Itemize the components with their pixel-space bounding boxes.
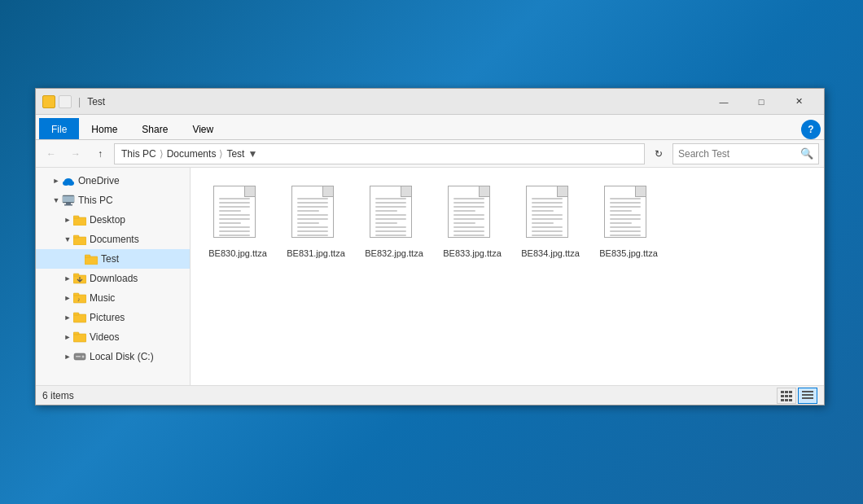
svg-rect-11 — [85, 256, 98, 265]
file-item[interactable]: BE835.jpg.ttza — [596, 182, 661, 262]
pictures-icon — [73, 311, 86, 324]
svg-rect-36 — [802, 397, 813, 399]
maximize-button[interactable]: □ — [743, 89, 780, 115]
test-folder-icon — [85, 252, 98, 265]
minimize-button[interactable]: — — [705, 89, 743, 115]
onedrive-icon — [62, 174, 75, 187]
sidebar-label-local-disk: Local Disk (C:) — [90, 351, 154, 362]
window-title: Test — [87, 96, 105, 107]
breadcrumb-this-pc: This PC — [121, 148, 156, 160]
file-item[interactable]: BE831.jpg.ttza — [283, 182, 348, 262]
address-bar: ← → ↑ This PC ⟩ Documents ⟩ Test ▼ ↻ 🔍 — [36, 140, 824, 168]
svg-rect-26 — [785, 391, 788, 393]
tab-view[interactable]: View — [180, 118, 226, 139]
file-item[interactable]: BE833.jpg.ttza — [440, 182, 505, 262]
file-label-5: BE835.jpg.ttza — [599, 248, 658, 259]
svg-rect-9 — [73, 237, 86, 245]
title-bar-left: | Test — [42, 95, 705, 108]
up-button[interactable]: ↑ — [90, 143, 111, 164]
help-button[interactable]: ? — [801, 120, 821, 139]
search-icon: 🔍 — [800, 147, 813, 160]
file-item[interactable]: BE834.jpg.ttza — [518, 182, 583, 262]
sidebar-label-test: Test — [101, 253, 119, 265]
sidebar-item-videos[interactable]: ► Videos — [36, 327, 190, 347]
expand-arrow-music: ► — [62, 292, 73, 304]
expand-arrow-desktop: ► — [62, 214, 73, 226]
sidebar-item-documents[interactable]: ▼ Documents — [36, 230, 190, 249]
sidebar-item-onedrive[interactable]: ► OneDrive — [36, 171, 190, 191]
svg-rect-7 — [73, 217, 86, 226]
sidebar-item-downloads[interactable]: ► Downloads — [36, 269, 190, 288]
svg-rect-29 — [785, 395, 788, 397]
file-label-2: BE832.jpg.ttza — [365, 248, 423, 259]
svg-rect-30 — [789, 395, 792, 397]
quick-access-btn2[interactable] — [59, 95, 72, 108]
close-button[interactable]: ✕ — [780, 89, 817, 115]
sidebar-label-downloads: Downloads — [90, 273, 138, 284]
svg-rect-31 — [781, 399, 784, 401]
status-item-count: 6 items — [42, 390, 777, 401]
expand-arrow-local-disk: ► — [62, 351, 73, 362]
expand-arrow-downloads: ► — [62, 273, 73, 284]
svg-rect-28 — [781, 395, 784, 397]
svg-rect-32 — [785, 399, 788, 401]
title-bar: | Test — □ ✕ — [36, 89, 824, 115]
back-button[interactable]: ← — [41, 143, 62, 164]
status-bar: 6 items — [36, 385, 824, 405]
sidebar-label-pictures: Pictures — [90, 312, 125, 323]
breadcrumb: This PC ⟩ Documents ⟩ Test — [121, 148, 244, 160]
tab-home[interactable]: Home — [79, 118, 129, 139]
sidebar-item-pictures[interactable]: ► Pictures — [36, 308, 190, 327]
explorer-window: | Test — □ ✕ File Home Share View ? ← → — [35, 88, 825, 405]
svg-rect-20 — [73, 334, 86, 342]
svg-rect-5 — [66, 203, 71, 204]
this-pc-icon — [62, 194, 75, 207]
svg-rect-35 — [802, 394, 813, 396]
file-grid: BE830.jpg.ttza — [199, 176, 816, 269]
quick-access-btn1[interactable] — [42, 95, 55, 108]
sidebar-label-desktop: Desktop — [90, 214, 125, 226]
address-path[interactable]: This PC ⟩ Documents ⟩ Test ▼ — [114, 143, 645, 164]
search-input[interactable] — [678, 148, 800, 160]
svg-rect-16 — [73, 293, 79, 296]
file-icon-0 — [213, 186, 262, 244]
view-buttons — [777, 388, 817, 404]
sidebar-item-test[interactable]: ► Test — [36, 249, 190, 269]
sidebar-label-videos: Videos — [90, 331, 119, 343]
file-label-0: BE830.jpg.ttza — [208, 248, 267, 259]
tab-share[interactable]: Share — [129, 118, 180, 139]
refresh-button[interactable]: ↻ — [648, 143, 669, 164]
large-icon-view-button[interactable] — [798, 388, 817, 404]
local-disk-icon — [73, 350, 86, 363]
file-label-4: BE834.jpg.ttza — [521, 248, 580, 259]
downloads-icon — [73, 272, 86, 285]
file-icon-2 — [370, 186, 418, 244]
path-dropdown[interactable]: ▼ — [244, 143, 261, 164]
file-item[interactable]: BE832.jpg.ttza — [361, 182, 427, 262]
file-item[interactable]: BE830.jpg.ttza — [205, 182, 270, 262]
svg-rect-24 — [76, 356, 81, 357]
list-view-button[interactable] — [777, 388, 796, 404]
sidebar-label-onedrive: OneDrive — [78, 175, 120, 186]
sidebar: ► OneDrive ▼ This PC ► — [36, 168, 191, 385]
expand-arrow-pictures: ► — [62, 312, 73, 323]
ribbon-tabs: File Home Share View ? — [36, 115, 824, 139]
svg-point-23 — [82, 356, 85, 358]
breadcrumb-documents: Documents — [167, 148, 217, 160]
sidebar-label-documents: Documents — [90, 234, 139, 245]
svg-rect-25 — [781, 391, 784, 393]
videos-icon — [73, 331, 86, 344]
sidebar-item-this-pc[interactable]: ▼ This PC — [36, 191, 190, 210]
svg-rect-33 — [789, 399, 792, 401]
sidebar-item-music[interactable]: ► ♪ Music — [36, 288, 190, 308]
sidebar-item-desktop[interactable]: ► Desktop — [36, 210, 190, 230]
tab-file[interactable]: File — [39, 118, 79, 139]
search-box[interactable]: 🔍 — [672, 143, 819, 164]
sidebar-item-local-disk[interactable]: ► Local Disk (C:) — [36, 347, 190, 366]
svg-rect-18 — [73, 314, 86, 322]
svg-rect-27 — [789, 391, 792, 393]
svg-point-2 — [64, 178, 72, 183]
forward-button[interactable]: → — [65, 143, 86, 164]
svg-rect-12 — [85, 255, 90, 257]
music-icon: ♪ — [73, 291, 86, 305]
